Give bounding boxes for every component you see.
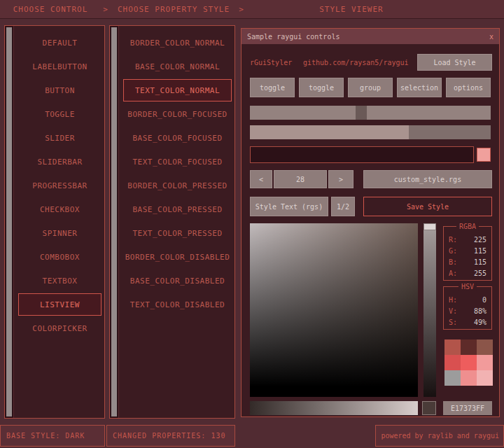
style-filename-field[interactable]: custom_style.rgs (363, 170, 492, 188)
hsv-row: V: 88% (444, 305, 491, 316)
app-name-label: rGuiStyler (250, 54, 292, 71)
hsv-row-label: V: (449, 307, 457, 315)
controls-list-item[interactable]: BUTTON (18, 79, 102, 102)
properties-list-item[interactable]: BORDER_COLOR_NORMAL (123, 31, 232, 54)
controls-scrollbar-thumb[interactable] (6, 27, 12, 416)
window-title: Sample raygui controls (247, 33, 340, 41)
controls-list-item[interactable]: LISTVIEW (18, 293, 102, 316)
sample-textbox[interactable] (250, 146, 474, 163)
hsv-groupbox: HSV H: 0 V: 88% S: 49% (443, 286, 492, 330)
controls-list-item[interactable]: DEFAULT (18, 31, 102, 54)
palette-swatch[interactable] (461, 355, 477, 370)
hex-color-field[interactable]: E17373FF (443, 401, 492, 415)
rgba-row-label: G: (449, 247, 457, 255)
hsv-title: HSV (458, 282, 477, 291)
sample-controls-window: Sample raygui controls x rGuiStyler gith… (241, 28, 500, 417)
top-breadcrumb-bar: CHOOSE CONTROL > CHOOSE PROPERTY STYLE >… (0, 0, 504, 19)
controls-list-item[interactable]: SLIDER (18, 127, 102, 149)
toggle-group-button[interactable]: group (348, 78, 393, 97)
slider-handle[interactable] (356, 106, 367, 120)
style-text-button[interactable]: Style Text (rgs) (250, 197, 328, 216)
palette-swatch[interactable] (444, 355, 461, 370)
hsv-row-value: 0 (482, 296, 486, 304)
controls-list-item[interactable]: COMBOBOX (18, 246, 102, 268)
breadcrumb-separator-icon: > (101, 0, 111, 19)
rgba-row: G: 115 (444, 245, 491, 256)
properties-list-item[interactable]: BASE_COLOR_DISABLED (123, 270, 232, 292)
breadcrumb-separator-icon: > (237, 0, 246, 19)
palette-swatch[interactable] (444, 370, 461, 386)
rgba-rows: R: 225 G: 115 B: 115 A: 255 (444, 234, 491, 279)
breadcrumb-step-choose-control: CHOOSE CONTROL (0, 0, 101, 19)
controls-list-item[interactable]: COLORPICKER (18, 317, 102, 340)
palette-swatch[interactable] (477, 355, 493, 370)
sample-progressbar (250, 125, 491, 139)
controls-list-item[interactable]: TEXTBOX (18, 270, 102, 292)
controls-list-item[interactable]: SPINNER (18, 222, 102, 244)
toggle-group-button[interactable]: options (446, 78, 491, 97)
hsv-row-label: S: (449, 318, 457, 326)
hsv-row: H: 0 (444, 294, 491, 305)
spinner-decrement-button[interactable]: < (250, 170, 272, 188)
color-value-slider-handle[interactable] (424, 223, 436, 230)
toggle-group-button[interactable]: toggle (250, 78, 295, 97)
properties-list: BORDER_COLOR_NORMAL BASE_COLOR_NORMAL TE… (119, 31, 234, 317)
palette-swatch[interactable] (461, 340, 477, 355)
save-style-button[interactable]: Save Style (363, 197, 492, 216)
color-value-slider[interactable] (424, 223, 436, 397)
spinner-value-field[interactable]: 28 (274, 170, 327, 188)
properties-list-item[interactable]: BORDER_COLOR_DISABLED (123, 246, 232, 268)
sample-slider[interactable] (250, 106, 491, 120)
breadcrumb-step-style-viewer: STYLE VIEWER (246, 0, 456, 19)
toggle-group-button[interactable]: toggle (299, 78, 344, 97)
rgba-row: B: 115 (444, 256, 491, 267)
breadcrumb-step-choose-property-style: CHOOSE PROPERTY STYLE (111, 0, 237, 19)
repo-link[interactable]: github.com/raysan5/raygui (303, 54, 409, 71)
properties-list-item[interactable]: BASE_COLOR_NORMAL (123, 55, 232, 78)
progressbar-fill (250, 125, 409, 139)
alpha-toggle-button[interactable] (422, 401, 436, 415)
properties-list-item[interactable]: BORDER_COLOR_PRESSED (123, 174, 232, 197)
load-style-button[interactable]: Load Style (417, 54, 492, 71)
properties-scrollbar-thumb[interactable] (111, 27, 117, 416)
color-picker-gradient[interactable] (250, 223, 418, 397)
palette-swatch[interactable] (477, 340, 493, 355)
color-chip-button[interactable] (477, 148, 491, 162)
alpha-slider[interactable] (250, 401, 418, 415)
rgba-row-value: 255 (474, 270, 486, 277)
properties-scrollbar[interactable] (110, 26, 119, 418)
close-icon[interactable]: x (489, 33, 493, 41)
toggle-group-button[interactable]: selection (397, 78, 442, 97)
controls-list-item[interactable]: LABELBUTTON (18, 55, 102, 78)
rgba-row-value: 225 (474, 236, 486, 244)
palette-swatch[interactable] (444, 340, 461, 355)
properties-list-item[interactable]: BASE_COLOR_FOCUSED (123, 127, 232, 149)
page-indicator-button[interactable]: 1/2 (331, 197, 355, 216)
status-changed-properties: CHANGED PROPERTIES: 130 (106, 425, 235, 447)
hsv-row: S: 49% (444, 316, 491, 328)
controls-list-item[interactable]: CHECKBOX (18, 198, 102, 220)
rgba-row-label: R: (449, 236, 457, 244)
rgba-groupbox: RGBA R: 225 G: 115 B: 115 A: (443, 226, 492, 281)
controls-list-item[interactable]: SLIDERBAR (18, 150, 102, 173)
properties-list-item[interactable]: BASE_COLOR_PRESSED (123, 198, 232, 220)
rgba-title: RGBA (456, 222, 479, 231)
palette-swatch[interactable] (461, 370, 477, 386)
properties-list-item[interactable]: BORDER_COLOR_FOCUSED (123, 103, 232, 125)
controls-list-item[interactable]: TOGGLE (18, 103, 102, 125)
palette-swatch[interactable] (477, 370, 493, 386)
hsv-row-value: 49% (474, 318, 486, 326)
controls-scrollbar[interactable] (5, 26, 14, 418)
hsv-row-value: 88% (474, 307, 486, 315)
properties-list-item[interactable]: TEXT_COLOR_PRESSED (123, 222, 232, 244)
controls-list: DEFAULT LABELBUTTON BUTTON TOGGLE SLIDER… (14, 31, 104, 341)
style-color-palette (444, 340, 493, 386)
controls-list-item[interactable]: PROGRESSBAR (18, 174, 102, 197)
properties-list-item[interactable]: TEXT_COLOR_NORMAL (123, 79, 232, 102)
status-base-style: BASE STYLE: DARK (0, 425, 105, 447)
spinner-increment-button[interactable]: > (328, 170, 354, 188)
rguistyler-app: { "theme": { "accent": "#c4564c", "panel… (0, 0, 504, 448)
properties-list-item[interactable]: TEXT_COLOR_FOCUSED (123, 150, 232, 173)
hsv-rows: H: 0 V: 88% S: 49% (444, 294, 491, 328)
properties-list-item[interactable]: TEXT_COLOR_DISABLED (123, 293, 232, 316)
